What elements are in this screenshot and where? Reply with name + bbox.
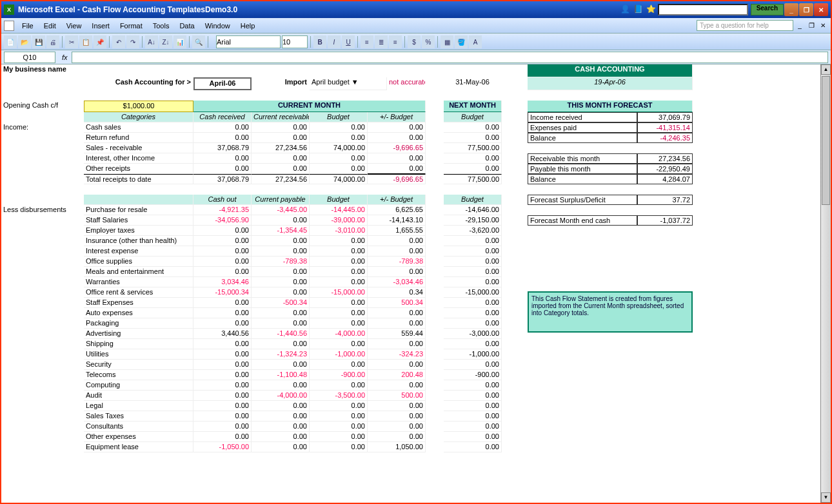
disb-cell[interactable]: 0.00	[444, 380, 502, 391]
disb-cell[interactable]: 0.00	[310, 318, 368, 329]
income-cell[interactable]: 0.00	[444, 164, 502, 174]
col-cash-received[interactable]: Cash received	[193, 112, 252, 122]
forecast-row-label[interactable]: Expenses paid	[528, 122, 637, 133]
disb-row-name[interactable]: Security	[84, 360, 193, 370]
disb-row-name[interactable]: Shipping	[84, 339, 193, 349]
disb-cell[interactable]: -15,000.00	[310, 287, 368, 298]
fill-color-icon[interactable]: 🪣	[455, 35, 468, 48]
disb-cell[interactable]: 0.00	[252, 422, 310, 432]
disb-cell[interactable]: 0.00	[444, 246, 502, 257]
print-icon[interactable]: 🖨	[46, 35, 59, 48]
col-plusminus[interactable]: +/- Budget	[368, 112, 426, 122]
disb-cell[interactable]: 0.00	[444, 308, 502, 318]
disb-cell[interactable]: 0.00	[310, 442, 368, 452]
opening-cash-value[interactable]: $1,000.00	[84, 101, 193, 112]
disb-cell[interactable]: -789.38	[368, 257, 426, 267]
disb-cell[interactable]: 0.00	[193, 308, 252, 318]
disb-cell[interactable]: 0.00	[193, 401, 252, 411]
col-cash-out[interactable]: Cash out	[193, 195, 252, 205]
disb-cell[interactable]: 0.00	[252, 318, 310, 329]
income-cell[interactable]: 0.00	[444, 122, 502, 133]
disb-cell[interactable]: -29,150.00	[444, 215, 502, 226]
scroll-down-icon[interactable]: ▼	[821, 492, 831, 503]
disb-cell[interactable]: 0.00	[368, 432, 426, 442]
disb-cell[interactable]: 0.00	[310, 380, 368, 391]
disb-cell[interactable]: 0.00	[368, 246, 426, 257]
menu-help[interactable]: Help	[235, 21, 261, 31]
disb-cell[interactable]: 559.44	[368, 329, 426, 339]
disb-cell[interactable]: 0.00	[310, 257, 368, 267]
disb-cell[interactable]: 0.00	[193, 226, 252, 236]
disb-cell[interactable]: 3,034.46	[193, 277, 252, 287]
forecast-row-value[interactable]: -1,037.72	[637, 215, 693, 226]
forecast-income-value[interactable]: 37,069.79	[637, 112, 693, 122]
import-dropdown[interactable]: April budget ▼	[310, 77, 387, 90]
disb-cell[interactable]: 0.00	[310, 298, 368, 308]
font-size-selector[interactable]	[282, 35, 308, 48]
disb-cell[interactable]: 0.00	[310, 411, 368, 422]
disb-cell[interactable]: 0.00	[444, 391, 502, 401]
disb-row-name[interactable]: Staff Salaries	[84, 215, 193, 226]
forecast-row-label[interactable]: Payable this month	[528, 164, 637, 174]
disb-cell[interactable]: 0.00	[252, 287, 310, 298]
income-cell[interactable]: 0.00	[310, 164, 368, 174]
disb-cell[interactable]: -1,000.00	[310, 349, 368, 360]
scroll-up-icon[interactable]: ▲	[821, 64, 831, 75]
income-total-cell[interactable]: 77,500.00	[444, 174, 502, 184]
income-cell[interactable]: 37,068.79	[193, 143, 252, 153]
percent-icon[interactable]: %	[422, 35, 435, 48]
disb-cell[interactable]: -3,620.00	[444, 226, 502, 236]
disb-cell[interactable]: 0.00	[444, 422, 502, 432]
income-total-cell[interactable]: 27,234.56	[252, 174, 310, 184]
disb-cell[interactable]: 0.00	[252, 411, 310, 422]
disb-cell[interactable]: 0.00	[444, 432, 502, 442]
disb-row-name[interactable]: Office rent & services	[84, 287, 193, 298]
import-label[interactable]: Import	[252, 77, 310, 90]
disb-cell[interactable]: 0.00	[252, 277, 310, 287]
disb-cell[interactable]: -14,445.00	[310, 205, 368, 215]
col-next-budget-2[interactable]: Budget	[444, 195, 502, 205]
disb-row-name[interactable]: Insurance (other than health)	[84, 236, 193, 246]
titlebar-search-input[interactable]	[658, 4, 748, 15]
disb-row-name[interactable]: Warranties	[84, 277, 193, 287]
fx-icon[interactable]: fx	[58, 53, 72, 61]
sort-desc-icon[interactable]: Z↓	[159, 35, 172, 48]
disb-cell[interactable]: 0.00	[193, 339, 252, 349]
disb-cell[interactable]: 0.00	[310, 308, 368, 318]
paste-icon[interactable]: 📌	[94, 35, 106, 48]
chart-icon[interactable]: 📊	[173, 35, 186, 48]
disb-cell[interactable]: 0.00	[368, 236, 426, 246]
forecast-row-label[interactable]: Balance	[528, 174, 637, 184]
disb-cell[interactable]: 0.00	[193, 411, 252, 422]
income-row-name[interactable]: Sales - receivable	[84, 143, 193, 153]
currency-icon[interactable]: $	[408, 35, 421, 48]
disb-cell[interactable]: 0.00	[252, 339, 310, 349]
disb-cell[interactable]: 0.00	[444, 277, 502, 287]
menu-view[interactable]: View	[61, 21, 87, 31]
next-month-header[interactable]: NEXT MONTH	[444, 101, 502, 112]
book-icon[interactable]: 📘	[633, 5, 644, 15]
col-current-receivable[interactable]: Current receivable	[252, 112, 310, 122]
disb-cell[interactable]: 0.00	[368, 422, 426, 432]
income-cell[interactable]: 0.00	[252, 133, 310, 143]
disb-cell[interactable]: 0.00	[368, 267, 426, 277]
copy-icon[interactable]: 📋	[79, 35, 92, 48]
forecast-row-value[interactable]: 37.72	[637, 195, 693, 205]
disb-cell[interactable]: -1,100.48	[252, 370, 310, 380]
disb-cell[interactable]: 0.00	[193, 318, 252, 329]
disb-cell[interactable]: 1,655.55	[368, 226, 426, 236]
income-cell[interactable]: 0.00	[252, 153, 310, 164]
income-cell[interactable]: 0.00	[368, 164, 426, 174]
disb-row-name[interactable]: Advertising	[84, 329, 193, 339]
disb-cell[interactable]: 0.00	[310, 360, 368, 370]
disb-cell[interactable]: 0.00	[368, 401, 426, 411]
disb-cell[interactable]: 0.00	[193, 298, 252, 308]
save-icon[interactable]: 💾	[32, 35, 45, 48]
disb-cell[interactable]: 0.00	[252, 267, 310, 277]
close-button[interactable]: ✕	[814, 3, 828, 16]
disb-cell[interactable]: 0.00	[252, 215, 310, 226]
disb-cell[interactable]: -1,050.00	[193, 442, 252, 452]
disb-cell[interactable]: -3,445.00	[252, 205, 310, 215]
disb-cell[interactable]: 0.00	[193, 349, 252, 360]
person-icon[interactable]: 👤	[620, 5, 631, 15]
